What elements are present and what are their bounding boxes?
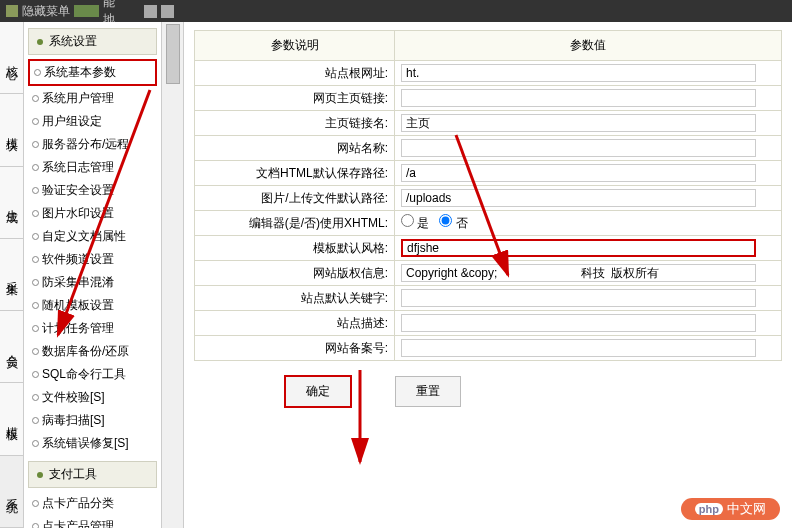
tab-member[interactable]: 会员 — [0, 311, 23, 383]
pager-prev-icon[interactable] — [144, 5, 157, 18]
table-row: 站点描述: — [195, 311, 782, 336]
hide-menu-icon — [6, 5, 18, 17]
tab-system[interactable]: 系统 — [0, 456, 23, 528]
top-bar: 隐藏菜单 功能地图 — [0, 0, 792, 22]
table-row: 网站名称: — [195, 136, 782, 161]
table-row: 网站备案号: — [195, 336, 782, 361]
site-root-url-input[interactable] — [401, 64, 756, 82]
sidebar: 系统设置 系统基本参数 系统用户管理 用户组设定 服务器分布/远程 系统日志管理… — [24, 22, 162, 528]
sidebar-item-error-fix[interactable]: 系统错误修复[S] — [28, 432, 157, 455]
tab-core[interactable]: 核心 — [0, 22, 23, 94]
row-label: 站点根网址: — [195, 61, 395, 86]
table-row: 网页主页链接: — [195, 86, 782, 111]
sidebar-item-anticollect[interactable]: 防采集串混淆 — [28, 271, 157, 294]
sidebar-scrollbar[interactable] — [162, 22, 184, 528]
feature-map-icon — [74, 5, 99, 17]
sidebar-item-sql-cli[interactable]: SQL命令行工具 — [28, 363, 157, 386]
watermark-php: php — [695, 503, 723, 515]
main-panel: 参数说明 参数值 站点根网址: 网页主页链接: 主页链接名: 网站名称: 文档H… — [184, 22, 792, 528]
sidebar-item-virus-scan[interactable]: 病毒扫描[S] — [28, 409, 157, 432]
row-label: 主页链接名: — [195, 111, 395, 136]
sidebar-section-label: 支付工具 — [49, 466, 97, 483]
sidebar-item-server-dist[interactable]: 服务器分布/远程 — [28, 133, 157, 156]
copyright-input[interactable] — [401, 264, 756, 282]
sidebar-item-security[interactable]: 验证安全设置 — [28, 179, 157, 202]
table-row: 网站版权信息: — [195, 261, 782, 286]
editor-xhtml-yes[interactable]: 是 — [401, 214, 429, 232]
site-name-input[interactable] — [401, 139, 756, 157]
watermark-text: 中文网 — [727, 500, 766, 518]
params-table: 参数说明 参数值 站点根网址: 网页主页链接: 主页链接名: 网站名称: 文档H… — [194, 30, 782, 361]
editor-xhtml-no[interactable]: 否 — [439, 214, 467, 232]
col-header-val: 参数值 — [395, 31, 782, 61]
tab-module[interactable]: 模块 — [0, 94, 23, 166]
table-row: 图片/上传文件默认路径: — [195, 186, 782, 211]
sidebar-item-syslog[interactable]: 系统日志管理 — [28, 156, 157, 179]
left-tabs: 核心 模块 生成 采集 会员 模板 系统 — [0, 22, 24, 528]
sidebar-item-user-mgmt[interactable]: 系统用户管理 — [28, 87, 157, 110]
sidebar-item-soft-channel[interactable]: 软件频道设置 — [28, 248, 157, 271]
table-row: 主页链接名: — [195, 111, 782, 136]
sidebar-item-basic-params[interactable]: 系统基本参数 — [28, 59, 157, 86]
sidebar-item-file-check[interactable]: 文件校验[S] — [28, 386, 157, 409]
table-row: 模板默认风格: — [195, 236, 782, 261]
sidebar-item-cron[interactable]: 计划任务管理 — [28, 317, 157, 340]
tab-build[interactable]: 生成 — [0, 167, 23, 239]
dot-icon — [37, 472, 43, 478]
sidebar-section-payment[interactable]: 支付工具 — [28, 461, 157, 488]
watermark: php 中文网 — [681, 498, 780, 520]
template-style-input[interactable] — [401, 239, 756, 257]
homepage-linkname-input[interactable] — [401, 114, 756, 132]
sidebar-item-card-cat[interactable]: 点卡产品分类 — [28, 492, 157, 515]
row-label: 站点默认关键字: — [195, 286, 395, 311]
sidebar-item-doc-attr[interactable]: 自定义文档属性 — [28, 225, 157, 248]
row-label: 网站备案号: — [195, 336, 395, 361]
sidebar-section-label: 系统设置 — [49, 33, 97, 50]
ok-button[interactable]: 确定 — [284, 375, 352, 408]
sidebar-list-payment: 点卡产品分类 点卡产品管理 会员产品分类 会员消费记录 — [28, 492, 157, 528]
doc-html-path-input[interactable] — [401, 164, 756, 182]
row-label: 图片/上传文件默认路径: — [195, 186, 395, 211]
row-label: 网站版权信息: — [195, 261, 395, 286]
tab-collect[interactable]: 采集 — [0, 239, 23, 311]
sidebar-item-usergroup[interactable]: 用户组设定 — [28, 110, 157, 133]
row-label: 网站名称: — [195, 136, 395, 161]
homepage-link-input[interactable] — [401, 89, 756, 107]
description-input[interactable] — [401, 314, 756, 332]
reset-button[interactable]: 重置 — [395, 376, 461, 407]
col-header-desc: 参数说明 — [195, 31, 395, 61]
row-label: 模板默认风格: — [195, 236, 395, 261]
row-label: 文档HTML默认保存路径: — [195, 161, 395, 186]
hide-menu-label: 隐藏菜单 — [22, 3, 70, 20]
hide-menu-button[interactable]: 隐藏菜单 — [6, 3, 70, 20]
sidebar-item-card-mgmt[interactable]: 点卡产品管理 — [28, 515, 157, 528]
sidebar-list-system: 系统基本参数 系统用户管理 用户组设定 服务器分布/远程 系统日志管理 验证安全… — [28, 59, 157, 455]
table-row: 站点默认关键字: — [195, 286, 782, 311]
table-row: 文档HTML默认保存路径: — [195, 161, 782, 186]
tab-template[interactable]: 模板 — [0, 383, 23, 455]
sidebar-item-db-backup[interactable]: 数据库备份/还原 — [28, 340, 157, 363]
row-label: 编辑器(是/否)使用XHTML: — [195, 211, 395, 236]
row-label: 站点描述: — [195, 311, 395, 336]
sidebar-item-watermark[interactable]: 图片水印设置 — [28, 202, 157, 225]
table-row: 站点根网址: — [195, 61, 782, 86]
sidebar-section-system-settings[interactable]: 系统设置 — [28, 28, 157, 55]
scrollbar-thumb[interactable] — [166, 24, 180, 84]
upload-path-input[interactable] — [401, 189, 756, 207]
keywords-input[interactable] — [401, 289, 756, 307]
pager-next-icon[interactable] — [161, 5, 174, 18]
row-label: 网页主页链接: — [195, 86, 395, 111]
button-row: 确定 重置 — [194, 361, 782, 408]
icp-input[interactable] — [401, 339, 756, 357]
dot-icon — [37, 39, 43, 45]
table-row: 编辑器(是/否)使用XHTML: 是 否 — [195, 211, 782, 236]
sidebar-item-rand-tpl[interactable]: 随机模板设置 — [28, 294, 157, 317]
